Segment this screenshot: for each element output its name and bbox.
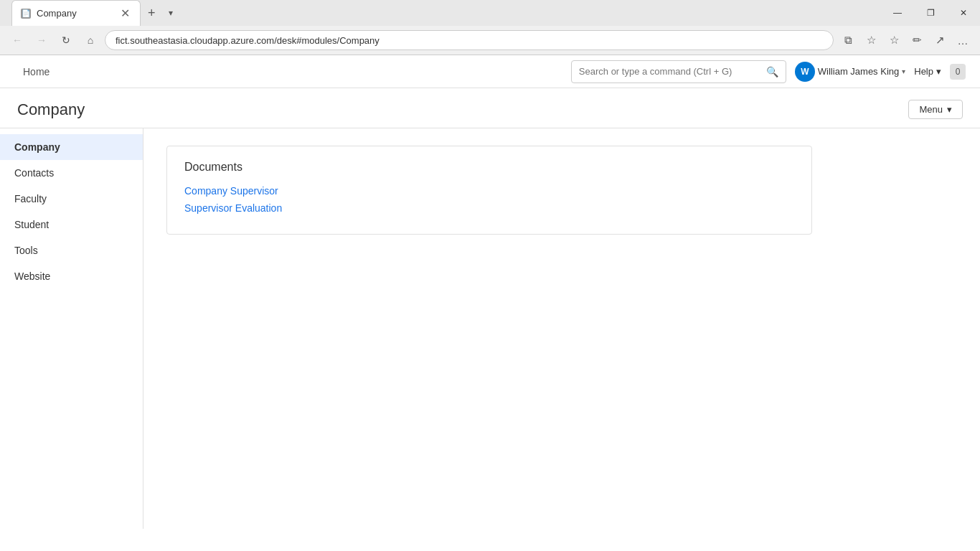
- tab-bar: 📄 Company ✕ + ▾ — ❐ ✕: [0, 0, 980, 26]
- address-bar-container: [105, 30, 834, 50]
- tab-favicon: 📄: [21, 9, 31, 19]
- sidebar-item-faculty-label: Faculty: [14, 193, 47, 204]
- minimize-button[interactable]: —: [881, 1, 914, 24]
- notification-badge[interactable]: 0: [950, 64, 966, 80]
- sidebar-item-company[interactable]: Company: [0, 134, 143, 160]
- sidebar-item-faculty[interactable]: Faculty: [0, 186, 143, 212]
- toolbar-icons: ⧉ ☆ ☆ ✏ ↗ …: [838, 30, 973, 50]
- home-nav-link[interactable]: Home: [14, 66, 58, 77]
- supervisor-evaluation-link[interactable]: Supervisor Evaluation: [184, 202, 794, 214]
- user-avatar: W: [795, 62, 815, 82]
- app-nav: Home 🔍 W William James King ▾ Help ▾ 0: [0, 55, 980, 88]
- sidebar-item-website-label: Website: [14, 270, 50, 282]
- address-bar-row: ← → ↻ ⌂ ⧉ ☆ ☆ ✏ ↗ …: [0, 26, 980, 55]
- menu-label: Menu: [919, 104, 943, 115]
- sidebar: Company Contacts Faculty Student Tools W…: [0, 128, 143, 529]
- forward-button[interactable]: →: [32, 30, 52, 50]
- window-controls: — ❐ ✕: [881, 0, 980, 26]
- menu-arrow-icon: ▾: [947, 104, 952, 115]
- user-name: William James King: [818, 66, 899, 77]
- page-wrapper: Company Menu ▾ Company Contacts Faculty …: [0, 88, 980, 529]
- sidebar-item-website[interactable]: Website: [0, 263, 143, 289]
- page-header: Company Menu ▾: [0, 88, 980, 128]
- search-icon: 🔍: [766, 66, 778, 77]
- documents-section: Documents Company Supervisor Supervisor …: [166, 146, 812, 235]
- page-title: Company: [17, 100, 85, 119]
- sidebar-item-tools[interactable]: Tools: [0, 237, 143, 263]
- refresh-button[interactable]: ↻: [56, 30, 76, 50]
- close-button[interactable]: ✕: [947, 1, 980, 24]
- sidebar-item-contacts[interactable]: Contacts: [0, 160, 143, 186]
- tab-controls-left: [0, 0, 11, 26]
- documents-title: Documents: [184, 161, 794, 174]
- tab-close-button[interactable]: ✕: [118, 7, 131, 20]
- company-supervisor-link[interactable]: Company Supervisor: [184, 185, 794, 197]
- sidebar-item-student-label: Student: [14, 219, 49, 230]
- sidebar-item-tools-label: Tools: [14, 245, 38, 256]
- help-label: Help: [914, 66, 933, 77]
- more-icon[interactable]: …: [953, 30, 973, 50]
- help-dropdown-arrow: ▾: [936, 66, 941, 77]
- sidebar-item-contacts-label: Contacts: [14, 167, 54, 179]
- split-view-icon[interactable]: ⧉: [838, 30, 858, 50]
- help-button[interactable]: Help ▾: [914, 66, 941, 77]
- search-input[interactable]: [579, 66, 763, 77]
- favorites-icon[interactable]: ☆: [861, 30, 881, 50]
- user-dropdown-arrow: ▾: [902, 67, 905, 75]
- collections-icon[interactable]: ☆: [884, 30, 904, 50]
- share-icon[interactable]: ↗: [930, 30, 950, 50]
- sidebar-item-company-label: Company: [14, 141, 60, 153]
- user-section[interactable]: W William James King ▾: [795, 62, 905, 82]
- restore-button[interactable]: ❐: [914, 1, 947, 24]
- new-tab-button[interactable]: +: [141, 0, 163, 26]
- active-tab[interactable]: 📄 Company ✕: [11, 0, 141, 26]
- tab-title: Company: [37, 8, 113, 19]
- home-button[interactable]: ⌂: [80, 30, 100, 50]
- main-content: Documents Company Supervisor Supervisor …: [143, 128, 980, 529]
- content-area: Company Contacts Faculty Student Tools W…: [0, 128, 980, 529]
- menu-button[interactable]: Menu ▾: [908, 100, 963, 119]
- search-bar[interactable]: 🔍: [571, 60, 786, 83]
- sign-icon[interactable]: ✏: [907, 30, 927, 50]
- address-input[interactable]: [105, 30, 834, 50]
- tab-dropdown-button[interactable]: ▾: [163, 0, 179, 26]
- back-button[interactable]: ←: [7, 30, 27, 50]
- sidebar-item-student[interactable]: Student: [0, 212, 143, 237]
